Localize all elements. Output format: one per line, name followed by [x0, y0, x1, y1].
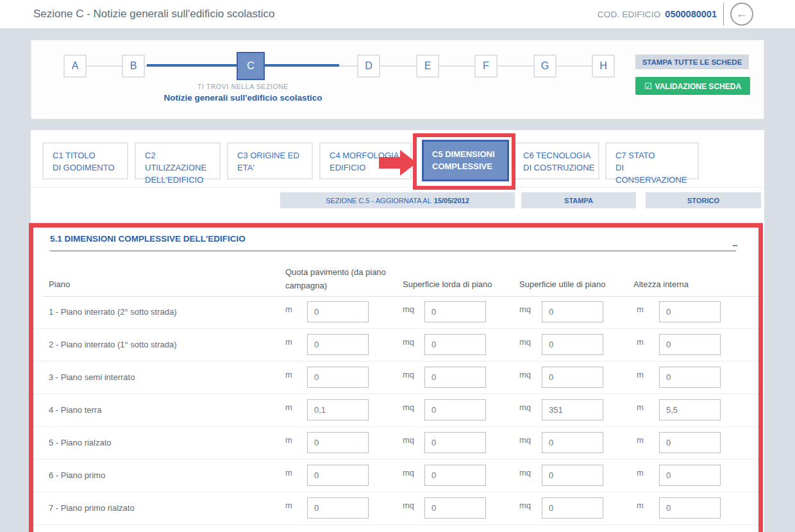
altezza-interna-input[interactable]	[659, 399, 721, 420]
table-row: 1 - Piano interrato (2° sotto strada) m …	[31, 296, 764, 329]
tab-label-line1: C1 TITOLO	[53, 149, 127, 162]
main-card: C1 TITOLO DI GODIMENTO C2 UTILIZZAZIONE …	[31, 130, 764, 532]
superficie-lorda-input[interactable]	[424, 465, 486, 486]
unit-label: m	[285, 304, 292, 314]
altezza-interna-input[interactable]	[659, 334, 721, 355]
table-row: 6 - Piano primo m mq mq m	[31, 460, 764, 492]
row-label: 5 - Piano rialzato	[49, 438, 112, 447]
superficie-utile-input[interactable]	[542, 497, 603, 519]
superficie-lorda-input[interactable]	[424, 367, 486, 388]
app: Sezione C - Notizie generali sull'edific…	[0, 0, 795, 532]
superficie-utile-input[interactable]	[542, 432, 603, 453]
altezza-interna-input[interactable]	[659, 301, 721, 322]
unit-label: mq	[403, 304, 414, 314]
wizard-step-f[interactable]: F	[474, 54, 498, 78]
section-underline	[50, 251, 736, 251]
section-updated-date: 15/05/2012	[434, 197, 469, 204]
building-code: COD. EDIFICIO 0500080001	[598, 0, 717, 28]
row-label: 6 - Piano primo	[49, 470, 105, 480]
tab-label-line2: DI GODIMENTO	[53, 162, 127, 174]
tab-label-line2: DI CONSERVAZIONE	[615, 162, 698, 186]
tabs-underline	[31, 187, 764, 188]
tab-label-line1: C7 STATO	[615, 149, 698, 162]
validate-button[interactable]: ☑VALIDAZIONE SCHEDA	[635, 77, 750, 95]
building-code-label: COD. EDIFICIO	[598, 10, 661, 19]
tab-c1-titolo-di-godimento[interactable]: C1 TITOLO DI GODIMENTO	[42, 142, 128, 179]
tab-label-line2: EDIFICIO	[330, 162, 410, 174]
altezza-interna-input[interactable]	[659, 367, 721, 388]
wizard-step-b[interactable]: B	[122, 54, 145, 78]
altezza-interna-input[interactable]	[659, 497, 721, 519]
row-label: 4 - Piano terra	[49, 405, 101, 415]
wizard-step-h[interactable]: H	[592, 54, 615, 78]
unit-label: mq	[403, 501, 414, 510]
superficie-utile-input[interactable]	[542, 399, 603, 420]
tab-label-line2: DELL'EDIFICIO	[145, 174, 219, 186]
column-header-altezza-interna: Altezza interna	[633, 279, 689, 289]
quota-pavimento-input[interactable]	[307, 334, 369, 355]
unit-label: mq	[403, 435, 414, 445]
tab-label-line2: COMPLESSIVE	[432, 160, 507, 172]
unit-label: m	[637, 304, 644, 314]
superficie-utile-input[interactable]	[542, 334, 603, 355]
unit-label: m	[285, 468, 292, 478]
superficie-lorda-input[interactable]	[424, 497, 486, 519]
unit-label: m	[285, 501, 292, 510]
wizard-step-c-active[interactable]: C	[237, 52, 265, 80]
unit-label: m	[637, 370, 644, 379]
wizard-step-a[interactable]: A	[63, 54, 87, 78]
superficie-lorda-input[interactable]	[424, 301, 486, 322]
unit-label: m	[285, 337, 292, 347]
row-label: 2 - Piano interrato (1° sotto strada)	[49, 340, 177, 349]
altezza-interna-input[interactable]	[659, 432, 721, 453]
table-row: 7 - Piano primo rialzato m mq mq m	[31, 492, 764, 525]
quota-pavimento-input[interactable]	[307, 399, 369, 420]
back-button[interactable]: ←	[730, 3, 753, 26]
tab-c6-tecnologia-di-costruzione[interactable]: C6 TECNOLOGIA DI COSTRUZIONE	[513, 142, 599, 179]
superficie-utile-input[interactable]	[542, 465, 603, 486]
tab-label-line1: C3 ORIGINE ED ETA'	[237, 149, 312, 174]
tab-c2-utilizzazione-edificio[interactable]: C2 UTILIZZAZIONE DELL'EDIFICIO	[135, 142, 221, 179]
unit-label: m	[637, 337, 644, 347]
quota-pavimento-input[interactable]	[307, 497, 369, 519]
wizard-step-e[interactable]: E	[416, 54, 439, 78]
arrow-left-circle-icon: ←	[736, 7, 748, 21]
header-divider	[723, 3, 724, 26]
unit-label: mq	[519, 370, 531, 379]
superficie-utile-input[interactable]	[542, 367, 603, 388]
tab-label-line1: C5 DIMENSIONI	[432, 148, 507, 160]
superficie-lorda-input[interactable]	[424, 399, 486, 420]
tab-c4-morfologia-edificio[interactable]: C4 MORFOLOGIA EDIFICIO	[319, 142, 412, 179]
tab-c7-stato-di-conservazione[interactable]: C7 STATO DI CONSERVAZIONE	[605, 142, 699, 179]
wizard-step-d[interactable]: D	[357, 54, 380, 78]
quota-pavimento-input[interactable]	[307, 432, 369, 453]
row-label: 7 - Piano primo rialzato	[49, 503, 135, 513]
tab-c5-dimensioni-complessive-active[interactable]: C5 DIMENSIONI COMPLESSIVE	[422, 140, 509, 181]
history-button[interactable]: STORICO	[646, 192, 761, 208]
superficie-utile-input[interactable]	[542, 301, 603, 322]
print-all-button[interactable]: STAMPA TUTTE LE SCHEDE	[635, 54, 749, 69]
unit-label: mq	[519, 337, 531, 347]
quota-pavimento-input[interactable]	[307, 367, 369, 388]
unit-label: mq	[403, 468, 414, 478]
tab-label-line1: C2 UTILIZZAZIONE	[145, 149, 219, 174]
wizard-step-g[interactable]: G	[533, 54, 556, 78]
unit-label: m	[637, 435, 644, 445]
tab-c3-origine-ed-eta[interactable]: C3 ORIGINE ED ETA'	[227, 142, 313, 179]
row-label: 3 - Piano semi interrato	[49, 372, 135, 382]
section-updated-badge: SEZIONE C.5 - AGGIORNATA AL 15/05/2012	[280, 192, 515, 208]
tab-label-line1: C4 MORFOLOGIA	[330, 149, 410, 162]
print-button[interactable]: STAMPA	[521, 192, 636, 208]
collapse-section-control[interactable]: −	[732, 240, 737, 251]
quota-pavimento-input[interactable]	[307, 301, 369, 322]
wizard-caption-title: Notizie generali sull'edificio scolastic…	[76, 93, 410, 103]
header: Sezione C - Notizie generali sull'edific…	[0, 0, 795, 28]
quota-pavimento-input[interactable]	[307, 465, 369, 486]
altezza-interna-input[interactable]	[659, 465, 721, 486]
superficie-lorda-input[interactable]	[424, 334, 486, 355]
unit-label: m	[637, 403, 644, 412]
unit-label: mq	[403, 370, 414, 379]
wizard-card: A B C D E F G H TI TROVI NELLA SEZIONE N…	[31, 40, 764, 119]
unit-label: mq	[519, 435, 531, 445]
superficie-lorda-input[interactable]	[424, 432, 486, 453]
